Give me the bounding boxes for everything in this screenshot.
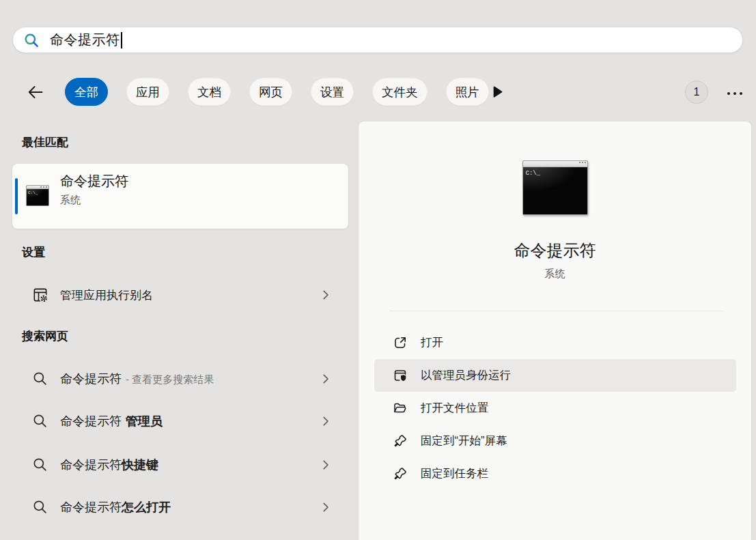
preview-panel: C:\_ 命令提示符 系统 打开 以管理员身份运行	[359, 122, 751, 540]
preview-app-title: 命令提示符	[359, 240, 751, 261]
results-count-badge[interactable]: 1	[685, 81, 708, 104]
tab-photos[interactable]: 照片	[446, 78, 489, 106]
preview-app-subtitle: 系统	[359, 268, 751, 281]
web-search-item[interactable]: 命令提示符怎么打开	[12, 491, 348, 524]
web-search-section-header: 搜索网页	[22, 328, 68, 344]
settings-result-label: 管理应用执行别名	[60, 287, 153, 303]
cmd-app-icon: C:\_	[26, 185, 49, 206]
tab-apps[interactable]: 应用	[126, 78, 169, 106]
search-suggestion-icon	[31, 370, 49, 388]
pin-icon	[393, 466, 408, 481]
filter-tabs: 全部 应用 文档 网页 设置 文件夹 照片	[65, 78, 489, 106]
chevron-right-icon	[320, 459, 332, 471]
action-list: 打开 以管理员身份运行 打开文件位置	[374, 326, 736, 490]
windows-search-window: { "colors": { "background": "#e4e3e1", "…	[0, 0, 756, 540]
search-query-text: 命令提示符	[50, 31, 120, 49]
tab-documents[interactable]: 文档	[188, 78, 231, 106]
search-input[interactable]: 命令提示符	[12, 27, 743, 53]
folder-open-icon	[393, 401, 408, 416]
chevron-right-icon	[320, 373, 332, 385]
best-match-item[interactable]: C:\_ 命令提示符 系统	[12, 164, 348, 229]
action-open[interactable]: 打开	[374, 326, 736, 359]
web-search-item[interactable]: 命令提示符快捷键	[12, 449, 348, 481]
action-pin-to-taskbar[interactable]: 固定到任务栏	[374, 457, 736, 490]
best-match-title: 命令提示符	[60, 172, 128, 190]
back-button[interactable]	[26, 83, 45, 102]
search-suggestion-icon	[31, 498, 49, 516]
search-suggestion-icon	[31, 412, 49, 430]
web-search-item[interactable]: 命令提示符- 查看更多搜索结果	[12, 363, 348, 395]
action-label: 以管理员身份运行	[421, 368, 511, 383]
pin-icon	[393, 434, 408, 449]
action-pin-to-start[interactable]: 固定到“开始”屏幕	[374, 425, 736, 457]
tab-settings[interactable]: 设置	[311, 78, 354, 106]
chevron-right-icon	[320, 501, 332, 513]
action-label: 固定到“开始”屏幕	[421, 434, 507, 449]
search-suggestion-icon	[31, 456, 49, 474]
best-match-subtitle: 系统	[60, 194, 81, 207]
action-label: 打开文件位置	[421, 401, 488, 416]
web-search-label: 命令提示符怎么打开	[60, 499, 171, 515]
tab-folders[interactable]: 文件夹	[372, 78, 428, 106]
cmd-app-icon-large: C:\_	[522, 160, 588, 215]
tab-all[interactable]: 全部	[65, 78, 108, 106]
action-open-file-location[interactable]: 打开文件位置	[374, 392, 736, 425]
search-icon	[23, 32, 40, 48]
open-external-icon	[393, 335, 408, 350]
chevron-right-icon	[320, 415, 332, 427]
divider	[389, 311, 724, 311]
selection-accent-bar	[15, 178, 18, 214]
text-cursor	[121, 32, 122, 48]
tab-web[interactable]: 网页	[249, 78, 292, 106]
web-search-label: 命令提示符- 查看更多搜索结果	[60, 371, 214, 387]
settings-section-header: 设置	[22, 244, 45, 260]
web-search-label: 命令提示符管理员	[60, 413, 163, 429]
web-search-item[interactable]: 命令提示符管理员	[12, 405, 348, 438]
best-match-header: 最佳匹配	[22, 134, 68, 150]
more-options-icon[interactable]	[724, 89, 746, 98]
action-label: 打开	[421, 335, 443, 350]
app-execution-alias-icon	[31, 286, 49, 304]
action-run-as-admin[interactable]: 以管理员身份运行	[374, 359, 736, 392]
settings-result-item[interactable]: 管理应用执行别名	[12, 279, 348, 311]
action-label: 固定到任务栏	[421, 466, 488, 481]
chevron-right-icon	[320, 289, 332, 301]
filters-expand-icon[interactable]	[493, 86, 503, 98]
admin-shield-icon	[393, 368, 408, 383]
web-search-label: 命令提示符快捷键	[60, 457, 158, 473]
